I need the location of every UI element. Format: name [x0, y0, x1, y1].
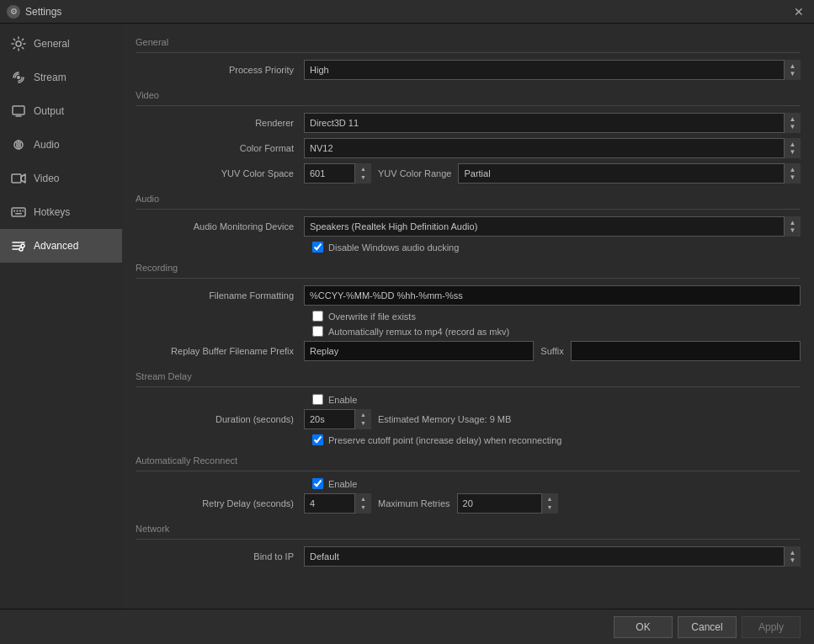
row-filename: Filename Formatting [136, 285, 801, 306]
section-header-general: General [136, 34, 801, 53]
stream-delay-enable-checkbox[interactable] [312, 394, 323, 405]
row-retry-delay: Retry Delay (seconds) ▲ ▼ Maximum Retrie… [136, 493, 801, 514]
title-bar: ⚙ Settings ✕ [0, 0, 814, 24]
max-retries-arrows: ▲ ▼ [541, 493, 558, 514]
color-space-row: ▲ ▼ YUV Color Range Partial Full ▲▼ [304, 163, 801, 184]
svg-rect-2 [13, 106, 24, 114]
yuv-color-range-select[interactable]: Partial Full [458, 163, 801, 184]
svg-rect-5 [12, 208, 25, 216]
row-renderer: Renderer Direct3D 11 OpenGL ▲▼ [136, 113, 801, 133]
preserve-cutoff-checkbox[interactable] [312, 434, 323, 445]
label-retry-delay: Retry Delay (seconds) [136, 498, 304, 508]
yuv-color-space-up[interactable]: ▲ [360, 165, 366, 173]
renderer-wrapper: Direct3D 11 OpenGL ▲▼ [304, 113, 801, 133]
retry-pair: ▲ ▼ Maximum Retries ▲ ▼ [304, 493, 801, 514]
duration-down[interactable]: ▼ [360, 419, 366, 428]
remux-checkbox[interactable] [312, 326, 323, 337]
sidebar-label-video: Video [34, 173, 59, 184]
sidebar-label-output: Output [34, 105, 64, 117]
label-renderer: Renderer [136, 118, 304, 128]
label-yuv-color-range: YUV Color Range [378, 168, 451, 178]
row-remux: Automatically remux to mp4 (record as mk… [136, 326, 801, 337]
retry-delay-up[interactable]: ▲ [360, 495, 366, 503]
label-max-retries: Maximum Retries [378, 498, 450, 508]
apply-button[interactable]: Apply [742, 616, 801, 638]
title-bar-left: ⚙ Settings [7, 5, 61, 19]
sidebar-label-audio: Audio [34, 139, 60, 151]
svg-point-12 [19, 247, 23, 251]
audio-monitoring-select[interactable]: Speakers (Realtek High Definition Audio) [304, 216, 801, 237]
bind-ip-select[interactable]: Default [304, 546, 801, 567]
svg-point-1 [17, 76, 20, 79]
cancel-button[interactable]: Cancel [678, 616, 737, 638]
duration-pair: ▲ ▼ Estimated Memory Usage: 9 MB [304, 409, 801, 429]
sidebar-item-hotkeys[interactable]: Hotkeys [0, 195, 122, 229]
overwrite-checkbox[interactable] [312, 311, 323, 322]
window-title: Settings [25, 6, 61, 18]
svg-rect-9 [23, 210, 24, 212]
svg-rect-8 [19, 210, 21, 212]
sidebar-item-general[interactable]: General [0, 27, 122, 61]
section-header-recording: Recording [136, 259, 801, 279]
process-priority-wrapper: High Above Normal Normal ▲▼ [304, 60, 801, 80]
disable-ducking-checkbox[interactable] [312, 242, 323, 253]
row-bind-ip: Bind to IP Default ▲▼ [136, 546, 801, 567]
filename-input[interactable] [304, 285, 801, 306]
row-preserve-cutoff: Preserve cutoff point (increase delay) w… [136, 434, 801, 445]
replay-suffix-input[interactable] [571, 341, 801, 361]
output-icon [10, 103, 27, 120]
sidebar-item-advanced[interactable]: Advanced [0, 229, 122, 263]
disable-ducking-label: Disable Windows audio ducking [328, 242, 459, 253]
retry-delay-down[interactable]: ▼ [360, 503, 366, 512]
row-disable-ducking: Disable Windows audio ducking [136, 242, 801, 253]
label-bind-ip: Bind to IP [136, 551, 304, 562]
sidebar: General Stream Output [0, 24, 122, 609]
section-video: Video Renderer Direct3D 11 OpenGL ▲▼ Col… [136, 87, 801, 184]
auto-reconnect-enable-checkbox[interactable] [312, 478, 323, 489]
color-format-select[interactable]: NV12 I420 I444 [304, 138, 801, 158]
app-icon: ⚙ [7, 5, 20, 19]
max-retries-down[interactable]: ▼ [547, 503, 553, 512]
section-audio: Audio Audio Monitoring Device Speakers (… [136, 190, 801, 253]
sidebar-item-video[interactable]: Video [0, 162, 122, 195]
max-retries-up[interactable]: ▲ [547, 495, 553, 503]
sidebar-item-output[interactable]: Output [0, 94, 122, 128]
replay-prefix-input[interactable] [304, 341, 534, 361]
yuv-color-range-wrapper: Partial Full ▲▼ [458, 163, 801, 184]
close-button[interactable]: ✕ [790, 3, 807, 20]
remux-label: Automatically remux to mp4 (record as mk… [328, 327, 509, 337]
replay-pair: Suffix [304, 341, 801, 361]
retry-delay-arrows: ▲ ▼ [354, 493, 371, 514]
advanced-icon [10, 237, 27, 254]
audio-icon [10, 136, 27, 153]
duration-up[interactable]: ▲ [360, 411, 366, 419]
svg-rect-7 [17, 210, 19, 212]
video-icon [10, 170, 27, 187]
process-priority-select[interactable]: High Above Normal Normal [304, 60, 801, 80]
content-area: General Process Priority High Above Norm… [122, 24, 814, 609]
stream-delay-enable-label: Enable [328, 395, 357, 405]
color-format-wrapper: NV12 I420 I444 ▲▼ [304, 138, 801, 158]
svg-rect-4 [12, 174, 21, 183]
replay-suffix-label-text: Suffix [540, 346, 563, 356]
max-retries-spin: ▲ ▼ [457, 493, 558, 514]
sidebar-label-hotkeys: Hotkeys [34, 206, 70, 218]
sidebar-item-stream[interactable]: Stream [0, 61, 122, 94]
general-icon [10, 35, 27, 52]
estimated-memory-label: Estimated Memory Usage: 9 MB [378, 414, 511, 424]
label-process-priority: Process Priority [136, 65, 304, 75]
duration-spin: ▲ ▼ [304, 409, 371, 429]
renderer-select[interactable]: Direct3D 11 OpenGL [304, 113, 801, 133]
yuv-color-space-down[interactable]: ▼ [360, 173, 366, 182]
section-header-audio: Audio [136, 190, 801, 210]
label-yuv-color-space: YUV Color Space [136, 168, 304, 178]
row-replay-prefix: Replay Buffer Filename Prefix Suffix [136, 341, 801, 361]
overwrite-label: Overwrite if file exists [328, 311, 416, 322]
svg-rect-10 [15, 213, 22, 215]
svg-rect-6 [13, 210, 15, 212]
footer: OK Cancel Apply [0, 609, 814, 644]
row-auto-reconnect-enable: Enable [136, 478, 801, 489]
ok-button[interactable]: OK [614, 616, 673, 638]
sidebar-item-audio[interactable]: Audio [0, 128, 122, 162]
audio-monitoring-wrapper: Speakers (Realtek High Definition Audio)… [304, 216, 801, 237]
